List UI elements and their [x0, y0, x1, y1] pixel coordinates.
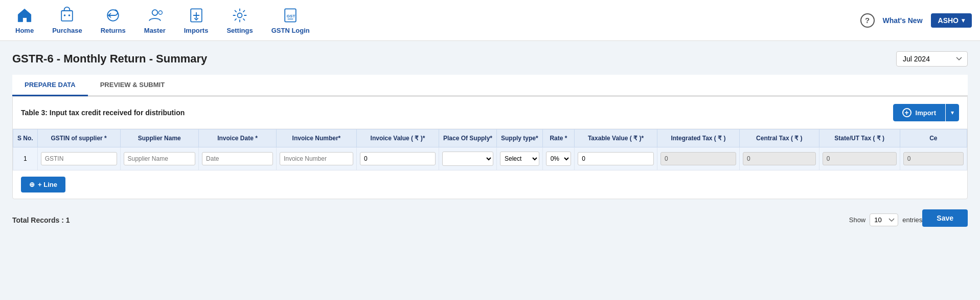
user-menu[interactable]: ASHO: [931, 13, 972, 28]
cell-integrated-tax: [657, 147, 739, 170]
invoice-date-input[interactable]: [202, 152, 273, 165]
col-sno: S No.: [13, 130, 38, 147]
nav-items: Home Purchase R: [8, 2, 860, 38]
supply-type-select[interactable]: Select: [500, 152, 539, 166]
navbar: Home Purchase R: [0, 0, 980, 41]
import-button[interactable]: + Import: [893, 104, 945, 121]
col-invoice-date: Invoice Date *: [199, 130, 277, 147]
integrated-tax-input: [660, 152, 736, 165]
cell-state-ut-tax: [819, 147, 900, 170]
supplier-name-input[interactable]: [124, 152, 196, 165]
col-invoice-number: Invoice Number*: [276, 130, 356, 147]
col-place-of-supply: Place Of Supply*: [439, 130, 496, 147]
svg-text:GST: GST: [287, 14, 295, 18]
place-of-supply-select[interactable]: [442, 152, 493, 166]
plus-icon: ⊕: [29, 181, 35, 188]
total-records: Total Records : 1: [12, 216, 70, 224]
invoice-value-input[interactable]: [360, 152, 436, 165]
purchase-icon: [58, 6, 76, 25]
central-tax-input: [743, 152, 816, 165]
nav-item-imports[interactable]: Imports: [177, 2, 216, 38]
import-group: + Import ▾: [893, 104, 959, 121]
plus-circle-icon: +: [902, 108, 911, 117]
imports-icon: [187, 6, 206, 25]
table-scroll: S No. GSTIN of supplier * Supplier Name …: [13, 129, 967, 170]
cell-taxable-value[interactable]: [575, 147, 657, 170]
col-integrated-tax: Integrated Tax ( ₹ ): [657, 130, 739, 147]
master-icon: [146, 6, 164, 25]
nav-item-master[interactable]: Master: [137, 2, 173, 38]
nav-item-purchase[interactable]: Purchase: [45, 2, 89, 38]
cell-ce: [900, 147, 967, 170]
nav-item-home[interactable]: Home: [8, 2, 41, 38]
page-title: GSTR-6 - Monthly Return - Summary: [12, 52, 207, 66]
col-supplier-name: Supplier Name: [120, 130, 199, 147]
gstin-input[interactable]: [41, 152, 117, 165]
col-invoice-value: Invoice Value ( ₹ )*: [356, 130, 439, 147]
svg-point-1: [64, 14, 66, 16]
ce-input: [903, 152, 964, 165]
save-button[interactable]: Save: [922, 209, 968, 227]
show-entries-select[interactable]: 10 25 50 100: [870, 213, 898, 226]
table-row: 1: [13, 147, 967, 170]
help-button[interactable]: ?: [860, 13, 875, 28]
whats-new-link[interactable]: What's New: [883, 16, 923, 25]
table-section: Table 3: Input tax credit received for d…: [12, 96, 968, 199]
col-state-ut-tax: State/UT Tax ( ₹ ): [819, 130, 900, 147]
show-entries: Show 10 25 50 100 entries: [849, 213, 923, 226]
svg-point-4: [152, 10, 157, 15]
tabs: PREPARE DATA PREVIEW & SUBMIT: [12, 75, 968, 96]
state-ut-tax-input: [823, 152, 897, 165]
home-icon: [15, 6, 34, 25]
cell-supplier-name[interactable]: [120, 147, 199, 170]
bottom-bar: Total Records : 1 Show 10 25 50 100 entr…: [12, 205, 922, 230]
col-taxable-value: Taxable Value ( ₹ )*: [575, 130, 657, 147]
data-table: S No. GSTIN of supplier * Supplier Name …: [13, 129, 967, 170]
svg-point-5: [158, 11, 162, 14]
cell-rate[interactable]: 0% 5% 12% 18% 28%: [542, 147, 574, 170]
month-select[interactable]: Jul 2024 Jun 2024 May 2024 Apr 2024: [896, 51, 968, 67]
tab-preview-submit[interactable]: PREVIEW & SUBMIT: [88, 75, 177, 96]
col-supply-type: Supply type*: [496, 130, 542, 147]
taxable-value-input[interactable]: [578, 152, 654, 165]
svg-point-7: [238, 13, 242, 18]
imports-label: Imports: [184, 27, 209, 34]
nav-item-returns[interactable]: Returns: [94, 2, 133, 38]
gstn-login-label: GSTN Login: [271, 27, 310, 34]
add-line-button[interactable]: ⊕ + Line: [21, 177, 65, 192]
home-label: Home: [15, 27, 34, 34]
page-header: GSTR-6 - Monthly Return - Summary Jul 20…: [12, 51, 968, 67]
cell-invoice-date[interactable]: [199, 147, 277, 170]
gstn-icon: GST: [281, 6, 300, 25]
table-header-row: Table 3: Input tax credit received for d…: [13, 97, 967, 129]
svg-point-2: [69, 14, 71, 16]
col-central-tax: Central Tax ( ₹ ): [740, 130, 819, 147]
cell-invoice-value[interactable]: [356, 147, 439, 170]
cell-gstin[interactable]: [37, 147, 120, 170]
table-header: S No. GSTIN of supplier * Supplier Name …: [13, 130, 967, 147]
rate-select[interactable]: 0% 5% 12% 18% 28%: [546, 152, 571, 166]
settings-label: Settings: [226, 27, 253, 34]
cell-invoice-number[interactable]: [276, 147, 356, 170]
settings-icon: [231, 6, 249, 25]
tab-prepare-data[interactable]: PREPARE DATA: [12, 75, 88, 96]
master-label: Master: [144, 27, 166, 34]
table-section-title: Table 3: Input tax credit received for d…: [21, 109, 185, 117]
import-dropdown-button[interactable]: ▾: [945, 104, 959, 121]
returns-label: Returns: [101, 27, 126, 34]
col-gstin: GSTIN of supplier *: [37, 130, 120, 147]
nav-item-settings[interactable]: Settings: [219, 2, 260, 38]
main-content: GSTR-6 - Monthly Return - Summary Jul 20…: [0, 41, 980, 300]
col-rate: Rate *: [542, 130, 574, 147]
nav-item-gstn-login[interactable]: GST GSTN Login: [264, 2, 317, 38]
purchase-label: Purchase: [52, 27, 82, 34]
svg-rect-0: [62, 11, 73, 21]
cell-supply-type[interactable]: Select: [496, 147, 542, 170]
col-ce: Ce: [900, 130, 967, 147]
invoice-number-input[interactable]: [280, 152, 353, 165]
cell-sno: 1: [13, 147, 38, 170]
cell-place-of-supply[interactable]: [439, 147, 496, 170]
returns-icon: [104, 6, 122, 25]
cell-central-tax: [740, 147, 819, 170]
nav-right: ? What's New ASHO: [860, 13, 972, 28]
